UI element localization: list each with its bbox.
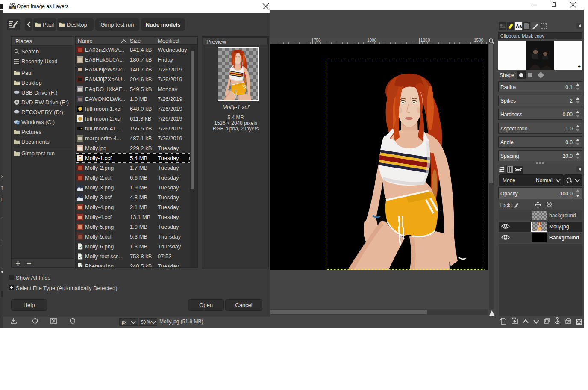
svg-text:Aa: Aa [516, 24, 522, 29]
